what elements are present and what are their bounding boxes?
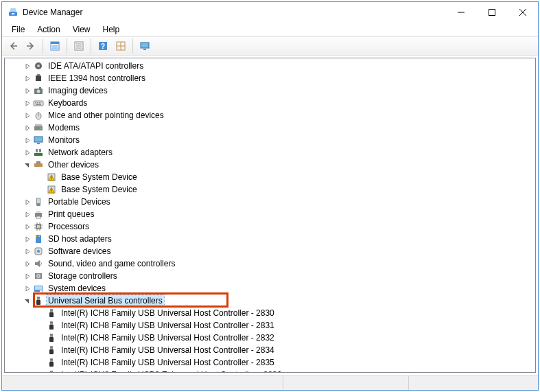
tree-node[interactable]: Intel(R) ICH8 Family USB Universal Host … [6,332,535,344]
mouse-icon [33,110,44,121]
tree-node[interactable]: Software devices [6,245,535,257]
tree-node[interactable]: Intel(R) ICH8 Family USB Universal Host … [6,356,535,369]
svg-point-71 [37,250,40,253]
tree-node[interactable]: Intel(R) ICH8 Family USB2 Enhanced Host … [6,369,535,372]
toolbar-grid-button[interactable] [113,38,129,54]
svg-rect-8 [51,42,59,44]
toolbar-list-button[interactable] [71,38,87,54]
svg-rect-69 [39,235,40,237]
warn-icon: ! [46,172,57,183]
chevron-right-icon[interactable] [22,147,33,158]
tree-node-label: Base System Device [60,172,139,183]
tree-node[interactable]: Processors [6,220,535,233]
device-tree[interactable]: IDE ATA/ATAPI controllersIEEE 1394 host … [5,58,535,372]
svg-point-74 [38,275,39,277]
ieee1394-icon [33,73,44,84]
chevron-right-icon[interactable] [22,135,33,146]
modem-icon [33,122,44,133]
tree-node[interactable]: Mice and other pointing devices [6,109,535,122]
tree-node[interactable]: System devices [6,282,535,295]
tree-node-label: Intel(R) ICH8 Family USB Universal Host … [60,308,276,319]
tree-node[interactable]: Sound, video and game controllers [6,257,535,270]
close-button[interactable] [507,3,538,23]
chevron-right-icon[interactable] [22,122,33,133]
tree-node[interactable]: Monitors [6,134,535,146]
tree-node[interactable]: Keyboards [6,97,535,109]
tree-node[interactable]: Modems [6,122,535,134]
back-arrow-icon [8,41,19,51]
tree-node-label: Intel(R) ICH8 Family USB Universal Host … [60,332,276,344]
expander-none [35,369,46,372]
svg-rect-1 [10,8,16,12]
svg-rect-32 [39,102,40,104]
chevron-right-icon[interactable] [22,85,33,96]
tree-node[interactable]: Storage controllers [6,270,535,282]
svg-rect-84 [51,310,51,311]
window-title: Device Manager [23,8,445,17]
tree-node[interactable]: Other devices [6,159,535,171]
statusbar [2,375,538,390]
app-icon [8,7,19,18]
tree-node[interactable]: !Base System Device [6,171,535,183]
chevron-right-icon[interactable] [22,97,33,108]
chevron-right-icon[interactable] [22,209,33,220]
tree-node[interactable]: Intel(R) ICH8 Family USB Universal Host … [6,319,535,332]
chevron-right-icon[interactable] [22,258,33,269]
tree-node[interactable]: Network adapters [6,146,535,159]
svg-rect-95 [49,349,54,354]
svg-rect-55 [36,211,40,213]
tree-node[interactable]: Portable Devices [6,196,535,208]
chevron-right-icon[interactable] [22,270,33,281]
chevron-right-icon[interactable] [22,283,33,294]
menu-view[interactable]: View [67,23,96,36]
tree-node[interactable]: IDE ATA/ATAPI controllers [6,60,535,72]
usb-dev-icon [46,320,57,331]
tree-node[interactable]: IEEE 1394 host controllers [6,72,535,84]
tree-node-label: Other devices [47,159,100,171]
minimize-button[interactable] [445,3,476,23]
svg-rect-85 [52,310,53,311]
chevron-right-icon[interactable] [22,246,33,257]
toolbar-help-button[interactable]: ? [95,38,111,54]
svg-rect-79 [36,300,40,305]
forward-arrow-icon [25,41,36,51]
window-buttons [445,3,538,23]
tree-node[interactable]: Print queues [6,208,535,220]
chevron-right-icon[interactable] [22,110,33,121]
usb-dev-icon [46,369,57,372]
svg-rect-43 [39,149,41,152]
svg-rect-41 [34,153,43,156]
svg-rect-105 [52,371,53,372]
toolbar-monitor-button[interactable] [137,38,153,54]
tree-node[interactable]: !Base System Device [6,183,535,196]
tree-node[interactable]: SD host adapters [6,233,535,245]
toolbar-properties-button[interactable] [47,38,63,54]
tree-node[interactable]: Imaging devices [6,84,535,97]
properties-icon [49,41,60,51]
chevron-right-icon[interactable] [22,196,33,207]
device-manager-window: Device Manager File Action View Help [1,1,539,391]
chevron-down-icon[interactable] [22,159,33,170]
monitor-icon [139,41,150,51]
chevron-right-icon[interactable] [22,60,33,71]
chevron-right-icon[interactable] [22,73,33,84]
maximize-button[interactable] [476,3,507,23]
tree-node[interactable]: Intel(R) ICH8 Family USB Universal Host … [6,307,535,319]
tree-node[interactable]: Universal Serial Bus controllers [6,295,535,307]
toolbar-back-button[interactable] [5,38,21,54]
toolbar: ? [2,36,538,56]
tree-node-label: Mice and other pointing devices [47,110,165,122]
chevron-down-icon[interactable] [22,295,33,306]
chevron-right-icon[interactable] [22,221,33,232]
svg-rect-77 [40,290,42,292]
tree-node[interactable]: Intel(R) ICH8 Family USB Universal Host … [6,344,535,356]
svg-rect-4 [489,10,495,16]
menu-file[interactable]: File [6,23,30,36]
menu-action[interactable]: Action [32,23,65,36]
toolbar-separator [67,38,67,54]
svg-rect-92 [51,334,51,336]
chevron-right-icon[interactable] [22,233,33,244]
toolbar-forward-button[interactable] [23,38,39,54]
menu-help[interactable]: Help [97,23,126,36]
usb-dev-icon [46,332,57,343]
